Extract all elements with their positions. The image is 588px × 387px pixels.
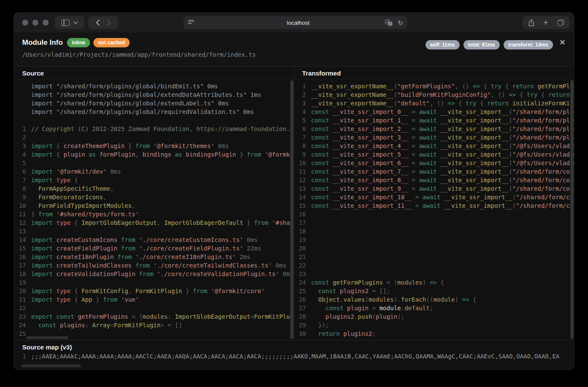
code-line: 8const __vite_ssr_import_4__ = await __v… xyxy=(294,142,574,150)
line-number: 29 xyxy=(294,321,311,329)
line-number: 28 xyxy=(294,312,311,321)
line-number xyxy=(14,82,31,90)
page-title: Module Info xyxy=(22,38,63,47)
module-badges: inlinenot cached xyxy=(67,38,130,47)
nav-divider xyxy=(103,19,104,26)
line-number: 12 xyxy=(14,218,31,227)
line-number: 19 xyxy=(14,278,31,287)
close-window-button[interactable] xyxy=(22,20,28,26)
code-line: 21import type { App } from 'vue' xyxy=(14,295,294,304)
line-number: 10 xyxy=(14,201,31,210)
zoom-window-button[interactable] xyxy=(43,20,49,26)
source-panel-title: Source xyxy=(14,67,294,80)
line-number: 1 xyxy=(294,82,311,90)
line-number: 7 xyxy=(14,176,31,184)
code-line: 4const __vite_ssr_import_0__ = await __v… xyxy=(294,108,574,116)
line-number: 11 xyxy=(294,167,311,176)
code-line: 24 const plugins: Array<FormKitPlugin> =… xyxy=(14,321,294,329)
line-number: 13 xyxy=(14,227,31,236)
code-line: 21 xyxy=(294,253,574,261)
code-line: 6const __vite_ssr_import_2__ = await __v… xyxy=(294,125,574,133)
code-line: 27 const plugin = module.default; xyxy=(294,304,574,312)
line-number: 14 xyxy=(294,193,311,201)
code-line: 2 xyxy=(14,133,294,142)
line-number: 3 xyxy=(294,99,311,108)
code-line: 14const __vite_ssr_import_10__ = await _… xyxy=(294,193,574,201)
sourcemap-horizontal-scrollbar[interactable] xyxy=(21,364,81,367)
line-number: 4 xyxy=(294,108,311,116)
code-line: 13 xyxy=(14,227,294,236)
line-number: 3 xyxy=(14,142,31,150)
line-number: 23 xyxy=(14,312,31,321)
code-line: 16import createI18nPlugin from './core/c… xyxy=(14,253,294,261)
transformed-panel-title: Transformed xyxy=(294,67,574,80)
source-horizontal-scrollbar[interactable] xyxy=(26,336,68,339)
code-line: import "/shared/form/plugins/global/exte… xyxy=(14,99,294,108)
sourcemap-panel: Source map (v3) 1;;;AAEA;AAAkC;AAAA;AAAA… xyxy=(14,340,574,369)
back-button[interactable] xyxy=(96,20,100,26)
transformed-code[interactable]: 1__vite_ssr_exportName__("getFormPlugins… xyxy=(294,80,574,338)
status-badge: inline xyxy=(67,38,90,47)
code-line: 18import createValidationPlugin from './… xyxy=(14,270,294,278)
code-line xyxy=(14,116,294,125)
transformed-vertical-scrollbar[interactable] xyxy=(571,80,574,339)
code-line: 11const __vite_ssr_import_7__ = await __… xyxy=(294,167,574,176)
code-line: 9const __vite_ssr_import_5__ = await __v… xyxy=(294,150,574,159)
code-line: 24const getFormPlugins = (modules) => { xyxy=(294,278,574,287)
chevron-down-icon xyxy=(73,21,78,24)
metric-badge: transform: 14ms xyxy=(504,40,553,49)
line-number: 2 xyxy=(14,133,31,142)
line-number: 8 xyxy=(14,184,31,193)
line-number: 4 xyxy=(14,150,31,159)
code-line: 13const __vite_ssr_import_9__ = await __… xyxy=(294,184,574,193)
line-number: 19 xyxy=(294,236,311,244)
code-line: 4import { plugin as formPlugin, bindings… xyxy=(14,150,294,159)
sidebar-toggle-button[interactable] xyxy=(55,16,84,29)
code-line: 20 xyxy=(294,244,574,253)
line-number: 11 xyxy=(14,210,31,218)
share-icon[interactable] xyxy=(528,19,534,26)
code-line: 15import createFieldPlugin from './core/… xyxy=(14,244,294,253)
line-number: 30 xyxy=(294,329,311,338)
forward-button[interactable] xyxy=(107,20,111,26)
line-number: 20 xyxy=(294,244,311,253)
toolbar-right-buttons: + xyxy=(523,16,570,29)
status-badge: not cached xyxy=(93,38,130,47)
translate-icon[interactable]: A文 xyxy=(385,20,392,26)
window-controls[interactable] xyxy=(22,20,49,26)
line-number: 21 xyxy=(294,253,311,261)
code-line: 5 xyxy=(14,159,294,167)
source-code[interactable]: import "/shared/form/plugins/global/bind… xyxy=(14,80,294,338)
minimize-window-button[interactable] xyxy=(32,20,38,26)
code-line: 20import type { FormKitConfig, FormKitPl… xyxy=(14,287,294,295)
reload-icon[interactable]: ↻ xyxy=(397,20,403,26)
reader-view-icon[interactable] xyxy=(188,20,194,25)
code-line: 1;;;AAEA;AAAkC;AAAA;AAAA;AAAA;AAClC;AAEA… xyxy=(14,352,574,361)
line-number: 7 xyxy=(294,133,311,142)
line-number: 16 xyxy=(14,253,31,261)
line-number: 27 xyxy=(294,304,311,312)
metric-badge: self: 11ms xyxy=(426,40,460,49)
tab-overview-icon[interactable] xyxy=(557,20,564,26)
line-number: 15 xyxy=(14,244,31,253)
source-vertical-scrollbar[interactable] xyxy=(290,80,293,339)
url-text[interactable]: localhost xyxy=(189,20,407,26)
line-number: 5 xyxy=(294,116,311,125)
line-number: 17 xyxy=(294,218,311,227)
close-icon[interactable]: × xyxy=(556,37,568,49)
address-bar[interactable]: localhost A文 ↻ xyxy=(183,16,407,29)
line-number: 18 xyxy=(14,270,31,278)
code-line: 10const __vite_ssr_import_6__ = await __… xyxy=(294,159,574,167)
sourcemap-code[interactable]: 1;;;AAEA;AAAkC;AAAA;AAAA;AAAA;AAClC;AAEA… xyxy=(14,352,574,361)
browser-window: localhost A文 ↻ + Module Info inlinenot c… xyxy=(14,13,574,370)
line-number: 24 xyxy=(14,321,31,329)
line-number: 15 xyxy=(294,201,311,210)
line-number: 8 xyxy=(294,142,311,150)
code-line: 7import type { xyxy=(14,176,294,184)
line-number: 14 xyxy=(14,236,31,244)
module-path: /Users/vladimir/Projects/zammad/app/fron… xyxy=(22,51,256,58)
line-number: 24 xyxy=(294,278,311,287)
new-tab-button[interactable]: + xyxy=(543,17,548,28)
code-line: 9 FormDecoratorIcons, xyxy=(14,193,294,201)
line-number: 5 xyxy=(14,159,31,167)
